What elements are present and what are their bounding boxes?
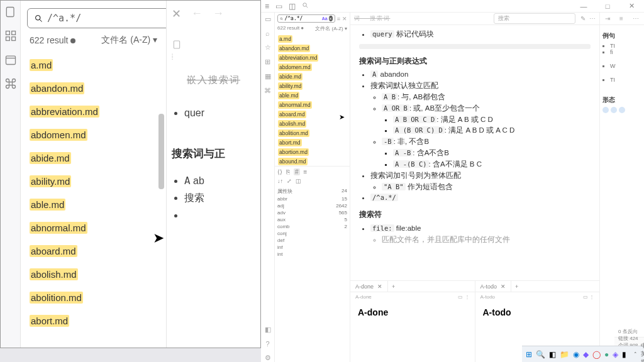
collapse-icon[interactable]: ⇥ xyxy=(605,15,610,22)
hash-icon[interactable]: # xyxy=(294,168,300,175)
prop-row[interactable]: conj xyxy=(277,230,347,237)
sidebar-item[interactable]: fi xyxy=(610,49,641,55)
link-icon[interactable]: ⎘ xyxy=(286,168,290,175)
new-tab-button[interactable]: + xyxy=(511,283,522,290)
prop-row[interactable]: 属性块24 xyxy=(277,187,347,195)
new-tab-button[interactable]: + xyxy=(388,283,399,290)
edit-icon[interactable]: ✎ xyxy=(580,15,586,22)
result-item[interactable]: able.md xyxy=(26,193,161,216)
search-input[interactable] xyxy=(47,13,167,24)
breadcrumb[interactable]: 词 · 搜索词 xyxy=(354,14,391,23)
command-icon[interactable] xyxy=(4,77,17,90)
forward-icon[interactable]: → xyxy=(213,7,224,21)
command-icon[interactable]: ⌘ xyxy=(264,87,271,95)
result-item[interactable]: abandon.md xyxy=(26,77,161,100)
start-button[interactable]: ⊞ xyxy=(526,349,532,360)
result-item[interactable]: abide.md xyxy=(277,72,348,81)
expand-icon[interactable]: ⤢ xyxy=(287,178,292,184)
help-icon[interactable]: ? xyxy=(265,340,269,348)
prop-row[interactable]: int xyxy=(277,251,347,258)
close-icon[interactable]: ✕ xyxy=(172,7,181,21)
result-item[interactable]: able.md xyxy=(277,90,348,100)
note-title[interactable]: A-done xyxy=(350,301,475,324)
result-item[interactable]: abandon.md xyxy=(277,43,348,53)
folder-icon[interactable]: ▭ xyxy=(275,2,282,11)
sort-icon[interactable]: ↓↑ xyxy=(277,178,283,184)
settings-icon[interactable]: ⚙ xyxy=(265,354,271,362)
outline-icon[interactable]: ≡ xyxy=(619,15,623,22)
prop-row[interactable]: adv565 xyxy=(277,209,347,216)
system-tray[interactable]: ˄ 中 英 拼 📶 🔊 🔋 21:40 2023/8/2 xyxy=(634,342,644,362)
book-icon[interactable]: ▭ xyxy=(458,294,463,300)
ime-indicator[interactable]: 中 英 拼 xyxy=(641,342,644,362)
close-icon[interactable]: ✕ xyxy=(342,16,347,22)
result-item[interactable]: abolish.md xyxy=(26,263,161,286)
vault-icon[interactable]: ◧ xyxy=(265,326,271,334)
result-item[interactable]: a.md xyxy=(277,34,348,43)
more-icon[interactable]: ⋯ xyxy=(633,15,639,22)
sidebar-item[interactable]: TI xyxy=(610,43,641,49)
result-item[interactable]: abort.md xyxy=(277,138,348,147)
tab[interactable]: A-done✕ xyxy=(350,281,388,292)
result-item[interactable]: abbreviation.md xyxy=(277,53,348,62)
close-button[interactable]: ✕ xyxy=(623,2,640,10)
explorer-icon[interactable]: 📁 xyxy=(560,349,569,360)
result-item[interactable]: abortion.md xyxy=(277,147,348,156)
chevron-up-icon[interactable]: ˄ xyxy=(634,351,637,358)
result-item[interactable]: ability.md xyxy=(26,170,161,193)
close-icon[interactable]: ✕ xyxy=(377,283,382,290)
calendar-icon[interactable] xyxy=(4,53,17,66)
app-icon[interactable]: ◆ xyxy=(583,349,589,360)
app-icon[interactable]: ◯ xyxy=(592,349,601,360)
prop-row[interactable]: comb2 xyxy=(277,223,347,230)
sort-dropdown[interactable]: 文件名 (A-Z) ▾ xyxy=(315,25,347,32)
more-icon[interactable]: ⋮ xyxy=(465,294,470,300)
search-button[interactable]: 🔍 xyxy=(536,349,545,360)
close-icon[interactable]: ✕ xyxy=(501,283,506,290)
files-icon[interactable] xyxy=(4,6,17,18)
bookmark-icon[interactable]: ☆ xyxy=(265,43,271,52)
inbox-icon[interactable]: ◫ xyxy=(289,2,296,11)
result-item[interactable]: abort.md xyxy=(26,309,161,332)
taskview-button[interactable]: ◧ xyxy=(549,349,556,360)
find-input[interactable]: 搜索 xyxy=(494,13,575,24)
sidebar-item[interactable]: W xyxy=(610,63,641,69)
files-icon[interactable]: ▭ xyxy=(265,15,271,23)
more-icon[interactable]: ⋯ xyxy=(589,15,596,22)
dot-icon[interactable] xyxy=(611,107,617,113)
breadcrumb[interactable]: A-todo xyxy=(480,294,496,300)
result-item[interactable]: abolish.md xyxy=(277,119,348,128)
maximize-button[interactable]: □ xyxy=(599,3,616,10)
breadcrumb[interactable]: A-done xyxy=(355,294,372,300)
editor-content[interactable]: query 标记代码块 搜索词与正则表达式 A abandon 搜索词默认独立匹… xyxy=(350,25,599,280)
search-icon[interactable] xyxy=(302,2,309,11)
prop-row[interactable]: inf xyxy=(277,244,347,251)
result-item[interactable]: abdomen.md xyxy=(26,123,161,146)
result-item[interactable]: abbreviation.md xyxy=(26,100,161,123)
minimize-button[interactable]: — xyxy=(575,3,592,10)
result-item[interactable]: a.md xyxy=(26,53,161,77)
tab[interactable]: A-todo✕ xyxy=(475,281,512,292)
result-item[interactable]: abnormal.md xyxy=(26,216,161,239)
result-item[interactable]: abolition.md xyxy=(26,286,161,309)
nav-back-icon[interactable]: ≡ xyxy=(265,2,269,11)
result-item[interactable]: abide.md xyxy=(26,146,161,170)
collapse-icon[interactable]: ◫ xyxy=(296,178,301,184)
search-box[interactable]: Aa ✕ xyxy=(277,14,335,23)
prop-row[interactable]: adj2642 xyxy=(277,202,347,209)
app-icon[interactable]: ● xyxy=(604,349,609,360)
prop-row[interactable]: abbr15 xyxy=(277,195,347,202)
edge-icon[interactable]: ◉ xyxy=(573,349,579,360)
clear-icon[interactable]: ✕ xyxy=(329,16,333,21)
book-icon[interactable]: ▭ xyxy=(583,294,588,300)
note-title[interactable]: A-todo xyxy=(475,301,600,324)
result-item[interactable]: abdomen.md xyxy=(277,62,348,72)
result-item[interactable]: abolition.md xyxy=(277,128,348,138)
sidebar-item[interactable]: TI xyxy=(610,77,641,83)
result-item[interactable]: aboard.md xyxy=(277,109,348,119)
grid-icon[interactable]: ⊞ xyxy=(265,58,270,66)
calendar-icon[interactable]: ▦ xyxy=(265,72,271,80)
result-item[interactable]: aboard.md xyxy=(26,239,161,263)
dot-icon[interactable] xyxy=(619,107,625,113)
sort-dropdown[interactable]: 文件名 (A-Z) ▾ xyxy=(101,35,157,46)
